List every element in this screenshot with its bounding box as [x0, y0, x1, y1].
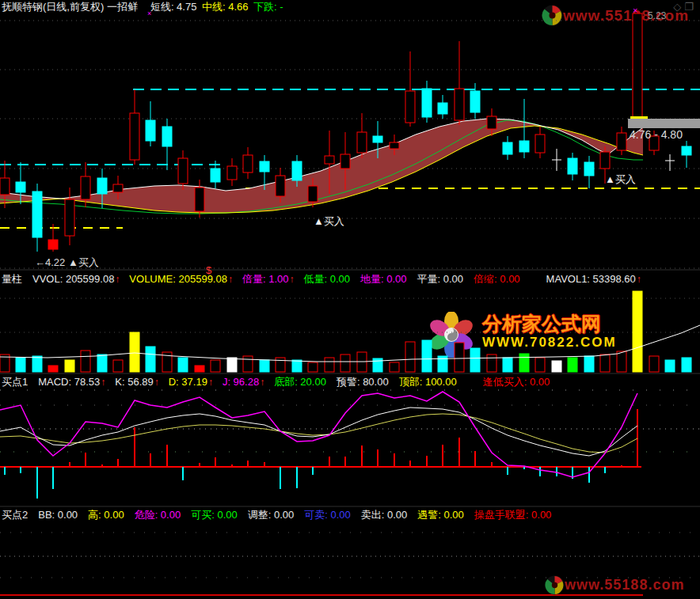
volume-bar [32, 356, 42, 372]
volume-bar [113, 360, 123, 372]
indicator-field: 买点1 [2, 376, 28, 388]
up-arrow-icon: ↑ [154, 377, 159, 388]
volume-bar [292, 360, 302, 372]
candle-body [422, 89, 432, 117]
candle-body [373, 136, 382, 142]
candle-body [308, 186, 318, 202]
candle-body [325, 156, 334, 164]
volume-bar [455, 343, 464, 372]
panel1-indicator-header: 买点1MACD: 78.53↑K: 56.89↑D: 37.19↑J: 96.2… [2, 376, 560, 389]
volume-bar [65, 360, 74, 372]
indicator-field: 逢低买入: 0.00 [483, 376, 550, 388]
candle-body [276, 176, 285, 196]
indicator-field: 地量: 0.00 [360, 273, 407, 285]
up-arrow-icon: ↑ [260, 377, 264, 388]
diamond-icon[interactable]: ◇ [673, 1, 684, 13]
volume-bar [422, 340, 432, 372]
indicator-field: 可卖: 0.00 [304, 509, 351, 521]
panel2-indicator-header: 买点2BB: 0.00高: 0.00危险: 0.00可买: 0.00调整: 0.… [2, 509, 561, 521]
up-arrow-icon: ↑ [228, 274, 233, 285]
candle-body [48, 240, 58, 249]
volume-bar [584, 356, 594, 372]
indicator-field: 危险: 0.00 [135, 509, 181, 521]
indicator-field: MAVOL1: 53398.60 [546, 273, 636, 285]
volume-bar [48, 366, 58, 372]
volume-bar [649, 356, 659, 372]
indicator-field: D: 37.19 [169, 376, 207, 388]
volume-bar [503, 358, 512, 372]
volume-bar [535, 358, 545, 372]
square-icon[interactable]: ❐ [684, 1, 697, 13]
volume-bar [633, 291, 642, 372]
candle-body [438, 103, 447, 114]
candle-body [633, 13, 642, 119]
candle-body [390, 142, 399, 149]
candle-body [649, 136, 659, 150]
candle-body [243, 155, 253, 172]
candle-body [292, 161, 302, 180]
candle-body [0, 178, 10, 195]
trend-indicator-summary: 短线: 4.75↑中线: 4.66↑下跌: - [150, 1, 283, 13]
candle-body [600, 152, 610, 169]
volume-bar [519, 354, 529, 372]
indicator-field: J: 96.28 [223, 376, 259, 388]
k-line [0, 408, 637, 456]
indicator-field: 平量: 0.00 [417, 273, 464, 285]
gray-highlight-bar [628, 119, 700, 128]
site-url-bottom: www.55188.com [565, 577, 684, 593]
candle-body [682, 146, 691, 155]
volume-bar [617, 351, 626, 372]
volume-bar [276, 358, 285, 372]
volume-bar [682, 358, 691, 372]
volume-bar [340, 354, 350, 372]
yellow-tick [630, 116, 648, 119]
volume-bar [97, 354, 107, 372]
d-line [0, 414, 637, 453]
indicator-field: 量柱 [2, 273, 22, 285]
pinwheel-icon [545, 575, 565, 595]
volume-bar [81, 351, 90, 372]
indicator-field: 调整: 0.00 [248, 509, 295, 521]
indicator-field: 卖出: 0.00 [361, 509, 408, 521]
j-line [0, 392, 637, 477]
candle-body [535, 135, 545, 153]
candle-body [113, 184, 123, 192]
volume-bar [16, 358, 25, 372]
volume-bar [146, 347, 155, 372]
candle-body [162, 127, 172, 146]
candle-body [568, 158, 577, 174]
volume-bar [227, 358, 237, 372]
window-icons[interactable]: ◇❐ [673, 1, 697, 13]
candle-body [357, 132, 367, 153]
volume-bar [665, 360, 675, 372]
indicator-field: 高: 0.00 [88, 509, 124, 521]
volume-bar [568, 358, 577, 372]
candle-body [503, 142, 512, 154]
candle-body [146, 120, 155, 141]
candle-body [211, 169, 220, 182]
up-arrow-icon: ↑ [101, 377, 105, 388]
indicator-field: BB: 0.00 [38, 509, 78, 521]
volume-bar [195, 366, 204, 372]
up-arrow-icon: ↑ [289, 274, 294, 285]
stock-app-window: www.55188.com 分析家公式网 WWW.70822.COM 抚顺特钢(… [0, 0, 700, 599]
candle-body [405, 91, 415, 123]
indicator-field: VVOL: 205599.08 [32, 273, 114, 285]
volume-bar [178, 358, 188, 372]
indicator-field: MACD: 78.53 [38, 376, 100, 388]
indicator-field: 买点2 [2, 509, 28, 521]
indicator-field: K: 56.89 [115, 376, 153, 388]
volume-bar [130, 332, 139, 372]
candle-body [455, 89, 464, 120]
candle-body [195, 188, 204, 211]
indicator-field: 底部: 20.00 [274, 376, 326, 388]
indicator-field: 可买: 0.00 [191, 509, 238, 521]
volume-bar [260, 360, 269, 372]
up-arrow-icon: ↑ [208, 377, 213, 388]
indicator-field: 遇警: 0.00 [417, 509, 464, 521]
candle-body [617, 133, 626, 150]
candle-body [16, 182, 25, 192]
candle-body [130, 113, 139, 160]
indicator-field: 顶部: 100.00 [399, 376, 457, 388]
volume-bar [600, 354, 610, 372]
